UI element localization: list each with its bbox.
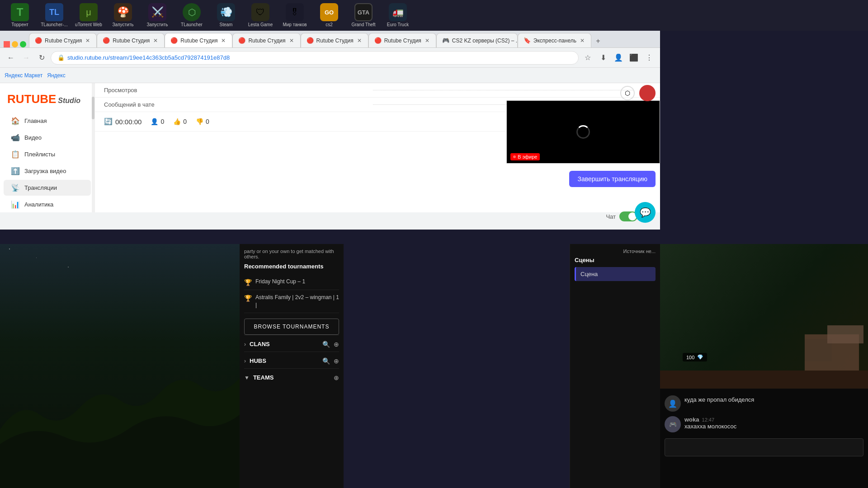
dislikes-stat: 👎 0: [196, 118, 209, 125]
sidebar-item-upload[interactable]: ⬆️ Загрузка видео: [4, 163, 91, 179]
chat-toggle: Чат: [606, 211, 637, 221]
hubs-title: HUBS: [250, 357, 322, 364]
sidebar-item-home[interactable]: 🏠 Главная: [4, 113, 91, 129]
tab-close-3[interactable]: ✕: [220, 37, 226, 45]
hubs-search-btn[interactable]: 🔍: [322, 357, 330, 365]
user-avatar[interactable]: [639, 85, 656, 101]
star-3: [68, 267, 69, 267]
scenes-title: Сцены: [575, 257, 656, 263]
tab-cs2[interactable]: 🎮 CS2 KZ серверы (CS2) – ... ✕: [436, 33, 518, 47]
extensions-button[interactable]: ⬛: [627, 52, 640, 64]
taskbar-euro-truck[interactable]: 🚛 Euro Truck: [382, 1, 414, 29]
taskbar-steam[interactable]: 💨 Steam: [210, 1, 242, 29]
forward-button[interactable]: →: [20, 52, 33, 64]
sidebar-playlists-label: Плейлисты: [24, 151, 55, 158]
tab-rutube-5[interactable]: 🔴 Rutube Студия ✕: [301, 33, 368, 47]
window-close-btn[interactable]: [4, 41, 10, 47]
taskbar-zapustit2-label: Запустить: [147, 22, 168, 28]
sidebar-scroll-thumb[interactable]: [92, 97, 94, 119]
clans-add-btn[interactable]: ⊕: [334, 341, 339, 348]
tournament-panel: party or on your own to get matched with…: [240, 244, 344, 488]
tab-rutube-4[interactable]: 🔴 Rutube Студия ✕: [232, 33, 300, 47]
browser-window: 🔴 Rutube Студия ✕ 🔴 Rutube Студия ✕ 🔴 Ru…: [0, 31, 660, 230]
hubs-add-btn[interactable]: ⊕: [334, 357, 339, 365]
tab-label-cs2: CS2 KZ серверы (CS2) – ...: [452, 38, 518, 44]
tab-rutube-1[interactable]: 🔴 Rutube Студия ✕: [29, 33, 97, 47]
dislikes-icon: 👎: [196, 118, 203, 125]
sidebar-item-video[interactable]: 📹 Видео: [4, 130, 91, 145]
taskbar-zapustit2[interactable]: ⚔️ Запустить: [141, 1, 174, 29]
tab-icon-6: 🔴: [374, 37, 382, 44]
bookmark-button[interactable]: ☆: [581, 52, 594, 64]
upload-icon: ⬆️: [11, 167, 20, 175]
menu-button[interactable]: ⋮: [643, 52, 656, 64]
bookmarks-bar: Яндекс Маркет Яндекс: [0, 68, 660, 83]
download-button[interactable]: ⬇: [597, 52, 609, 64]
back-button[interactable]: ←: [5, 52, 17, 64]
viewers-icon: 👤: [151, 118, 158, 125]
tab-close-express[interactable]: ✕: [579, 37, 585, 45]
sidebar-item-playlists[interactable]: 📋 Плейлисты: [4, 146, 91, 162]
profile-button[interactable]: 👤: [612, 52, 625, 64]
teams-add-btn[interactable]: ⊕: [334, 374, 339, 381]
tab-label-4: Rutube Студия: [248, 38, 285, 44]
sidebar-home-label: Главная: [24, 117, 47, 124]
share-icon[interactable]: ⬡: [620, 86, 635, 100]
browse-tournaments-button[interactable]: BROWSE TOURNAMENTS: [244, 319, 339, 335]
game-block-3: [827, 325, 863, 343]
timer-icon: 🔄: [104, 117, 113, 126]
reload-button[interactable]: ↻: [35, 52, 48, 64]
tab-express[interactable]: 🔖 Экспресс-панель ✕: [518, 33, 591, 47]
scene-item-active[interactable]: Сцена: [575, 267, 656, 281]
clans-search-btn[interactable]: 🔍: [322, 341, 330, 348]
tab-close-1[interactable]: ✕: [85, 37, 91, 45]
tournament-item-1[interactable]: 🏆 Friday Night Cup – 1: [244, 274, 339, 290]
tab-rutube-2[interactable]: 🔴 Rutube Студия ✕: [97, 33, 165, 47]
rutube-sidebar: RUTUBEStudio 🏠 Главная 📹 Видео 📋 Плейлис…: [0, 83, 95, 212]
bookmark-yandex-market[interactable]: Яндекс Маркет: [5, 72, 42, 79]
chat-floating-icon[interactable]: 💬: [635, 202, 656, 223]
window-maximize-btn[interactable]: [20, 41, 26, 47]
tab-close-5[interactable]: ✕: [356, 37, 363, 45]
scene-item-label: Сцена: [580, 271, 598, 277]
chat-message-1: 👤 куда же пропал обиделся: [665, 393, 863, 414]
taskbar-utorrent-label: uTorrent Web: [75, 22, 102, 28]
bookmark-yandex[interactable]: Яндекс: [47, 72, 65, 79]
sidebar-analytics-label: Аналитика: [24, 201, 53, 208]
game-screenshot-area: 100 💎: [660, 244, 868, 389]
chat-input-area[interactable]: [665, 438, 863, 456]
tab-rutube-3[interactable]: 🔴 Rutube Студия ✕: [165, 33, 232, 47]
chat-header-2: woka 12:47: [684, 416, 863, 423]
messages-label: Сообщений в чате: [104, 101, 364, 108]
taskbar-utorrent[interactable]: μ uTorrent Web: [72, 1, 105, 29]
taskbar-tlauncher[interactable]: TL TLauncher-...: [38, 1, 71, 29]
tab-add-button[interactable]: +: [591, 35, 605, 47]
taskbar-mir-tankov[interactable]: 🎖 Мир танков: [278, 1, 311, 29]
taskbar-tlauncher2[interactable]: ⬡ TLauncher: [175, 1, 208, 29]
tournament-name-1: Friday Night Cup – 1: [255, 278, 305, 286]
join-text: party or on your own to get matched with…: [244, 249, 339, 259]
clans-actions: 🔍 ⊕: [322, 341, 339, 348]
tab-label-1: Rutube Студия: [45, 38, 82, 44]
tab-close-4[interactable]: ✕: [288, 37, 295, 45]
chat-label: Чат: [606, 213, 616, 220]
sidebar-video-label: Видео: [24, 134, 42, 141]
taskbar-torrent[interactable]: T Торрент: [4, 1, 36, 29]
sidebar-item-analytics[interactable]: 📊 Аналитика: [4, 197, 91, 212]
end-stream-button[interactable]: Завершить трансляцию: [569, 171, 656, 187]
taskbar-grand-theft[interactable]: GTA Grand Theft: [347, 1, 380, 29]
cs2-game-panel: 100 💎 👤 куда же пропал обиделся 🎮 woka 1…: [660, 244, 868, 488]
tab-rutube-6[interactable]: 🔴 Rutube Студия ✕: [368, 33, 436, 47]
sidebar-item-streams[interactable]: 📡 Трансляции: [4, 180, 91, 196]
tab-icon-2: 🔴: [103, 37, 110, 44]
taskbar-lesta[interactable]: 🛡 Lesta Game: [244, 1, 277, 29]
taskbar-cs2[interactable]: GO cs2: [313, 1, 345, 29]
window-minimize-btn[interactable]: [12, 41, 18, 47]
video-icon: 📹: [11, 133, 20, 142]
tab-close-6[interactable]: ✕: [424, 37, 430, 45]
tab-close-2[interactable]: ✕: [152, 37, 159, 45]
tournament-item-2[interactable]: 🏆 Astralis Family | 2v2 – wingman | 1 |: [244, 290, 339, 313]
taskbar-zapustit1[interactable]: 🍄 Запустить: [107, 1, 139, 29]
address-bar[interactable]: 🔒 studio.rutube.ru/stream/19ee14c363cb5a…: [51, 51, 579, 65]
sidebar-scrollbar[interactable]: [92, 83, 94, 212]
